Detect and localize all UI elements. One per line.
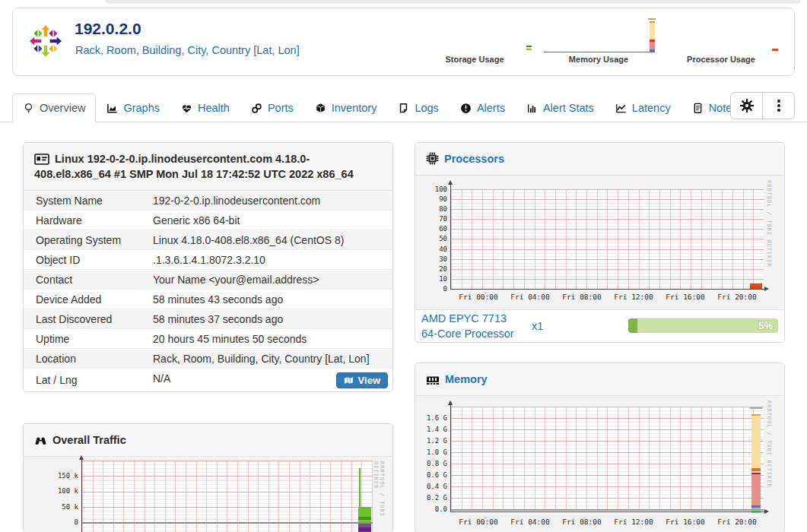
- system-info-rows: System Name192-0-2-0.ip.linodeuserconten…: [24, 191, 392, 391]
- row-value: .1.3.6.1.4.1.8072.3.2.10: [153, 250, 392, 269]
- proc-y-arrow: [448, 180, 453, 185]
- row-label: Location: [24, 349, 153, 368]
- tab-label: Alerts: [477, 102, 505, 114]
- system-banner: Linux 192-0-2-0.ip.linodeusercontent.com…: [34, 153, 354, 180]
- mem-y-arrow: [448, 401, 453, 405]
- cpu-link[interactable]: AMD EPYC 7713 64-Core Processor: [421, 311, 524, 341]
- y-tick: 50: [415, 235, 447, 242]
- minigraph-memory-plot: [541, 13, 656, 52]
- mem-y-axis: [450, 405, 451, 512]
- tab-overview[interactable]: Overview: [12, 93, 96, 122]
- table-row: Object ID.1.3.6.1.4.1.8072.3.2.10: [24, 249, 392, 269]
- kebab-icon: [777, 104, 780, 107]
- table-row: HardwareGeneric x86 64-bit: [24, 210, 392, 230]
- table-row: Device Added58 minutes 43 seconds ago: [24, 289, 392, 309]
- tab-latency[interactable]: Latency: [605, 93, 682, 122]
- overall-traffic-graph[interactable]: 150 k 100 k 50 k 0 RRDTOOL / TOBI OETIKE…: [24, 457, 392, 532]
- processors-title: Processors: [444, 153, 504, 165]
- memory-panel: Memory 1.6 G 1.4 G 1.2 G 1.0 G 0.8 G 0.6…: [415, 363, 785, 532]
- mem-x-axis: [450, 511, 764, 512]
- y-tick: 60: [415, 225, 447, 233]
- rrdtool-credit: RRDTOOL / TOBI OETIKER: [766, 180, 772, 268]
- y-tick: 1.6 G: [415, 414, 447, 422]
- minigraph-storage-label: Storage Usage: [417, 55, 532, 64]
- rrdtool-credit: RRDTOOL / TOBI OETIKER: [766, 401, 772, 488]
- y-tick: 30: [415, 255, 447, 263]
- minigraph-storage[interactable]: Storage Usage: [417, 13, 532, 64]
- chain-links-icon: [251, 103, 262, 114]
- processor-row: AMD EPYC 7713 64-Core Processor x1 5%: [415, 309, 784, 341]
- x-tick: Fri 00:00: [456, 518, 501, 526]
- view-map-button[interactable]: View: [336, 372, 388, 388]
- row-value: 58 minutes 43 seconds ago: [153, 290, 392, 309]
- y-tick: 100: [415, 185, 447, 193]
- row-value: 192-0-2-0.ip.linodeusercontent.com: [153, 191, 392, 210]
- heartbeat-icon: [181, 103, 192, 114]
- tab-ports[interactable]: Ports: [240, 93, 304, 122]
- y-tick: 0.6 G: [415, 471, 447, 479]
- tab-actions-group: [730, 92, 795, 119]
- system-info-header: Linux 192-0-2-0.ip.linodeusercontent.com…: [24, 143, 392, 191]
- table-row: Operating SystemLinux 4.18.0-408.el8.x86…: [24, 230, 392, 249]
- rrdtool-credit: RRDTOOL / TOBI OETIKER: [373, 461, 385, 532]
- tab-label: Inventory: [332, 102, 377, 114]
- line-chart-icon: [615, 103, 627, 114]
- tab-alert-stats[interactable]: Alert Stats: [516, 93, 605, 122]
- centos-logo-icon: [28, 24, 63, 59]
- minigraph-storage-plot: [417, 13, 532, 52]
- device-location-link[interactable]: Rack, Room, Building, City, Country [Lat…: [75, 44, 300, 56]
- tab-label: Alert Stats: [543, 102, 594, 114]
- memory-plot: [451, 407, 764, 509]
- row-value: 58 minutes 37 seconds ago: [153, 309, 392, 328]
- cpu-usage-progressbar: 5%: [628, 318, 778, 333]
- row-value: 20 hours 45 minutes 50 seconds: [153, 329, 392, 348]
- tab-alerts[interactable]: Alerts: [450, 93, 516, 122]
- y-tick: 80: [415, 205, 447, 213]
- device-title: 192.0.2.0: [75, 20, 141, 38]
- y-tick: 100 k: [30, 487, 78, 495]
- row-label: Operating System: [24, 230, 153, 249]
- mem-x-arrow: [764, 509, 769, 514]
- tab-graphs[interactable]: Graphs: [96, 93, 170, 122]
- proc-y-axis: [450, 185, 451, 290]
- row-value: Rack, Room, Building, City, Country [Lat…: [153, 349, 392, 368]
- minigraph-memory[interactable]: Memory Usage: [541, 13, 656, 64]
- device-more-menu-button[interactable]: [762, 93, 794, 119]
- traffic-zero-line: [82, 522, 373, 524]
- table-row: System Name192-0-2-0.ip.linodeuserconten…: [24, 191, 392, 210]
- row-label: Uptime: [24, 329, 153, 348]
- x-tick: Fri 20:00: [714, 293, 760, 301]
- memory-graph[interactable]: 1.6 G 1.4 G 1.2 G 1.0 G 0.8 G 0.6 G 0.4 …: [415, 396, 784, 532]
- binoculars-icon: [34, 434, 47, 446]
- tab-inventory[interactable]: Inventory: [304, 93, 388, 122]
- y-tick: 0.0: [415, 505, 447, 513]
- x-tick: Fri 04:00: [507, 518, 553, 526]
- traffic-y-axis: [81, 460, 82, 532]
- y-tick: 40: [415, 245, 447, 253]
- traffic-plot: [82, 461, 373, 532]
- memory-icon: [426, 375, 440, 385]
- minigraph-memory-label: Memory Usage: [541, 55, 656, 64]
- overall-traffic-title: Overall Traffic: [52, 434, 126, 446]
- overall-traffic-panel: Overall Traffic 150 k 100 k 50 k 0 RRDTO…: [23, 423, 393, 532]
- map-icon: [344, 376, 354, 385]
- x-tick: Fri 16:00: [662, 293, 708, 301]
- tab-logs[interactable]: Logs: [387, 93, 449, 122]
- processors-header: Processors: [415, 143, 784, 176]
- y-tick: 20: [415, 265, 447, 273]
- y-tick: 0.8 G: [415, 460, 447, 467]
- row-label: Last Discovered: [24, 309, 153, 328]
- cpu-usage-fill: [628, 318, 637, 333]
- tab-health[interactable]: Health: [170, 93, 240, 122]
- y-tick: 0.4 G: [415, 483, 447, 490]
- device-settings-button[interactable]: [731, 93, 762, 119]
- traffic-y-arrow: [79, 455, 84, 460]
- row-value: View N/A: [153, 369, 392, 391]
- tab-label: Health: [198, 102, 230, 114]
- processors-graph[interactable]: 100 90 80 70 60 50 40 30 20 10 0 Fri 00:…: [415, 176, 784, 309]
- memory-title: Memory: [445, 373, 488, 385]
- table-row: Uptime20 hours 45 minutes 50 seconds: [24, 328, 392, 348]
- minigraph-processor[interactable]: Processor Usage: [663, 13, 779, 64]
- y-tick: 0.2 G: [415, 494, 447, 502]
- processors-panel: Processors 100 90 80 70 60 50 40 30 20 1…: [415, 142, 785, 343]
